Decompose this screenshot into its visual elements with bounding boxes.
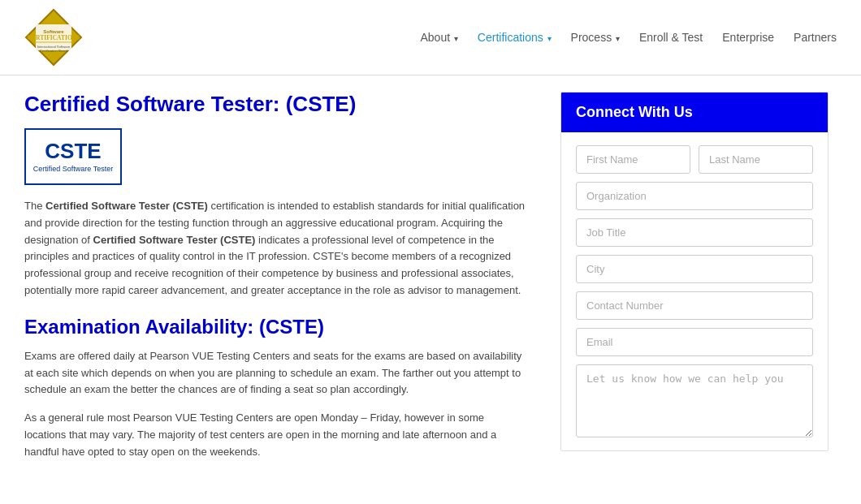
section-para2: As a general rule most Pearson VUE Testi… <box>24 410 528 460</box>
cste-badge-text: CSTE <box>45 140 101 162</box>
chevron-down-icon: ▾ <box>545 34 552 43</box>
nav-enterprise[interactable]: Enterprise <box>722 31 774 44</box>
sidebar: Connect With Us <box>560 92 829 472</box>
name-row <box>576 145 813 174</box>
content-area: Certified Software Tester: (CSTE) CSTE C… <box>24 92 560 472</box>
job-title-input[interactable] <box>576 218 813 247</box>
message-textarea[interactable] <box>576 364 813 437</box>
svg-text:CERTIFICATIONS: CERTIFICATIONS <box>28 34 80 41</box>
nav-about[interactable]: About ▾ <box>420 31 457 44</box>
connect-box: Connect With Us <box>560 92 829 451</box>
main-wrapper: Certified Software Tester: (CSTE) CSTE C… <box>0 75 861 489</box>
cste-badge: CSTE Certified Software Tester <box>24 128 122 185</box>
cste-badge-sub: Certified Software Tester <box>33 165 113 173</box>
email-input[interactable] <box>576 328 813 356</box>
svg-text:Certification Board: Certification Board <box>40 49 68 53</box>
nav-enroll-test[interactable]: Enroll & Test <box>639 31 703 44</box>
header: Software CERTIFICATIONS International So… <box>0 0 861 75</box>
organization-input[interactable] <box>576 182 813 210</box>
bold-text-2: Certified Software Tester (CSTE) <box>93 234 256 246</box>
section-title: Examination Availability: (CSTE) <box>24 316 528 338</box>
page-title: Certified Software Tester: (CSTE) <box>24 92 528 117</box>
connect-header: Connect With Us <box>561 93 828 132</box>
nav-process[interactable]: Process ▾ <box>571 31 620 44</box>
chevron-down-icon: ▾ <box>452 34 458 43</box>
main-nav: About ▾ Certifications ▾ Process ▾ Enrol… <box>420 31 837 44</box>
nav-partners[interactable]: Partners <box>794 31 837 44</box>
logo[interactable]: Software CERTIFICATIONS International So… <box>24 8 83 67</box>
main-description: The Certified Software Tester (CSTE) cer… <box>24 198 528 299</box>
connect-form <box>561 132 828 450</box>
nav-certifications[interactable]: Certifications ▾ <box>478 31 552 44</box>
contact-number-input[interactable] <box>576 291 813 320</box>
logo-icon: Software CERTIFICATIONS International So… <box>24 8 83 67</box>
bold-text-1: Certified Software Tester (CSTE) <box>45 200 208 212</box>
chevron-down-icon: ▾ <box>613 34 620 43</box>
city-input[interactable] <box>576 255 813 283</box>
last-name-input[interactable] <box>699 145 813 174</box>
first-name-input[interactable] <box>576 145 690 174</box>
section-para1: Exams are offered daily at Pearson VUE T… <box>24 348 528 398</box>
